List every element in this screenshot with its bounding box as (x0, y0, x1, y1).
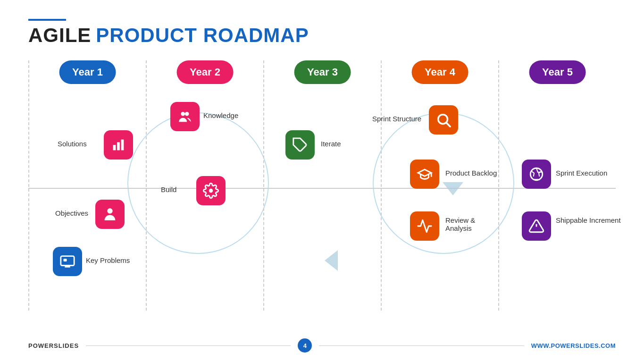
review-analysis-icon-box (410, 211, 439, 241)
year4-badge: Year 4 (411, 60, 468, 84)
person-icon (102, 206, 118, 222)
arrow-down-icon (443, 182, 463, 195)
slide: AGILEPRODUCT ROADMAP Year 1 Solutions (0, 0, 644, 362)
knowledge-label: Knowledge (203, 111, 238, 119)
search-icon (435, 112, 452, 128)
shippable-increment-label: Shippable Increment (556, 216, 621, 224)
sprint-structure-icon-box (429, 105, 458, 135)
screen-icon (59, 253, 75, 269)
footer-url: WWW.POWERSLIDES.COM (531, 342, 616, 349)
tag-icon (292, 137, 308, 153)
gear-icon (203, 183, 219, 199)
svg-point-7 (185, 112, 189, 116)
svg-rect-2 (121, 140, 124, 151)
svg-point-6 (181, 112, 185, 116)
shippable-increment-icon-box (522, 211, 551, 241)
footer: POWERSLIDES 4 WWW.POWERSLIDES.COM (28, 338, 616, 353)
col-year3: Year 3 Iterate (264, 60, 382, 311)
sprint-structure-label: Sprint Structure (372, 115, 421, 123)
arrow-left-icon (325, 250, 338, 271)
svg-line-10 (446, 123, 450, 127)
key-problems-label: Key Problems (86, 256, 130, 264)
svg-point-3 (107, 208, 112, 213)
knowledge-icon-box (170, 102, 200, 131)
iterate-label: Iterate (321, 140, 341, 148)
title-underline (28, 19, 66, 21)
col-year4: Year 4 Sprint Structure Product Backlog … (382, 60, 499, 311)
title-agile: AGILE (28, 24, 91, 46)
solutions-label: Solutions (58, 140, 87, 148)
title-area: AGILEPRODUCT ROADMAP (28, 19, 616, 46)
soccer-icon (528, 166, 544, 182)
key-problems-icon-box (53, 247, 82, 276)
main-title: AGILEPRODUCT ROADMAP (28, 25, 616, 46)
iterate-icon-box (285, 130, 315, 160)
year2-badge: Year 2 (176, 60, 234, 84)
year5-badge: Year 5 (529, 60, 586, 84)
footer-brand: POWERSLIDES (28, 342, 79, 349)
solutions-icon-box (104, 130, 133, 160)
group-icon (177, 109, 193, 125)
sprint-execution-label: Sprint Execution (556, 169, 607, 177)
objectives-icon-box (95, 200, 125, 229)
build-label: Build (161, 185, 176, 194)
col-year1: Year 1 Solutions Objectives Key Problems (28, 60, 147, 311)
build-icon-box (196, 176, 226, 205)
objectives-label: Objectives (55, 209, 88, 217)
graduation-icon (417, 166, 433, 182)
footer-page-number: 4 (298, 338, 312, 353)
year-columns: Year 1 Solutions Objectives Key Problems (28, 60, 616, 311)
svg-rect-4 (61, 256, 74, 266)
review-analysis-label: Review &Analysis (445, 216, 475, 232)
product-backlog-label: Product Backlog (445, 169, 497, 177)
svg-rect-0 (113, 145, 116, 150)
analytics-icon (417, 218, 433, 234)
svg-point-11 (530, 168, 543, 180)
col-year5: Year 5 Sprint Execution Shippable Increm… (499, 60, 616, 311)
warning-icon (528, 218, 544, 234)
footer-line-right (319, 345, 524, 346)
col-year2: Year 2 Knowledge Build (147, 60, 264, 311)
roadmap-area: Year 1 Solutions Objectives Key Problems (28, 60, 616, 311)
sprint-execution-icon-box (522, 160, 551, 189)
product-backlog-icon-box (410, 160, 439, 189)
bar-chart-icon (110, 137, 126, 153)
title-product-roadmap: PRODUCT ROADMAP (96, 24, 309, 46)
year3-badge: Year 3 (294, 60, 351, 84)
svg-rect-5 (64, 259, 67, 262)
footer-line-left (86, 345, 291, 346)
year1-badge: Year 1 (59, 60, 116, 84)
svg-rect-1 (117, 143, 120, 151)
